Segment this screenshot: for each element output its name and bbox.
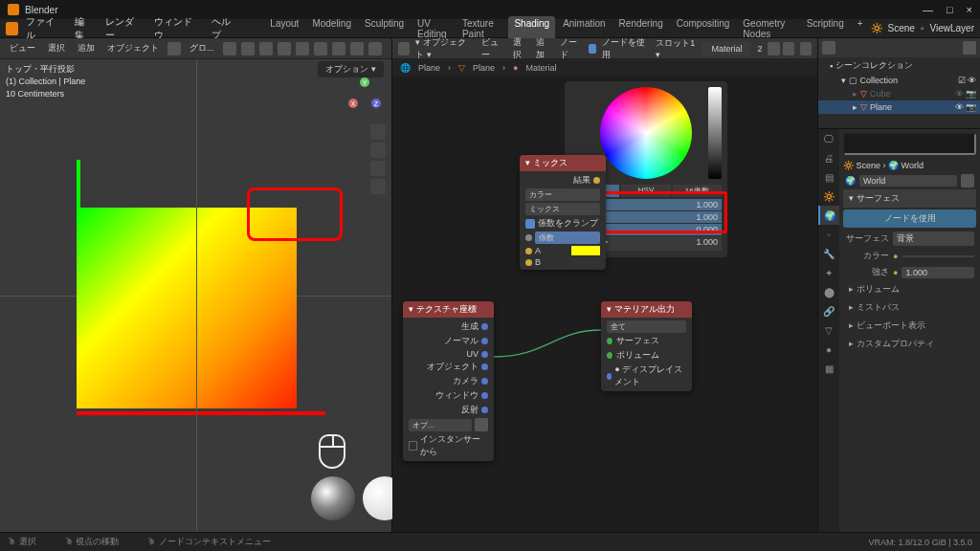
socket-surface[interactable] [607, 338, 613, 344]
panel-viewport[interactable]: ビューポート表示 [843, 317, 976, 335]
panel-surface[interactable]: ▾ サーフェス [843, 189, 976, 208]
vp-xray-icon[interactable] [296, 42, 309, 55]
bc-plane-b[interactable]: Plane [473, 63, 495, 73]
ptab-world[interactable]: 🌍 [818, 206, 839, 225]
ptab-texture[interactable]: ▦ [818, 359, 839, 378]
bc-material[interactable]: Material [526, 63, 557, 73]
texcoord-obj-field[interactable]: オブ... [409, 419, 472, 431]
socket-uv[interactable] [481, 351, 488, 358]
preview-sphere-hdri[interactable] [311, 476, 355, 520]
sh-menu-add[interactable]: 追加 [533, 35, 554, 62]
scene-name[interactable]: Scene [888, 23, 915, 33]
camera-icon[interactable] [370, 161, 386, 176]
material-name[interactable]: Material [702, 42, 751, 55]
window-close[interactable]: × [967, 4, 972, 15]
socket-fac[interactable] [525, 234, 532, 241]
vp-menu-view[interactable]: ビュー [6, 41, 39, 55]
node-mix[interactable]: ▾ ミックス 結果 カラー ミックス 係数をクランプ 係数 A B [520, 155, 606, 270]
texcoord-header[interactable]: ▾ テクスチャ座標 [403, 301, 494, 318]
pan-icon[interactable] [370, 143, 386, 158]
sh-menu-view[interactable]: ビュー [479, 35, 506, 62]
mix-header[interactable]: ▾ ミックス [520, 155, 606, 171]
vp-mode-icon[interactable] [167, 42, 181, 55]
tab-hsv[interactable]: HSV [621, 185, 670, 197]
panel-mist[interactable]: ミストパス [843, 298, 976, 317]
use-nodes-button[interactable]: ノードを使用 [843, 209, 976, 228]
ptab-object[interactable]: ▫ [818, 225, 839, 244]
instancer-check[interactable] [409, 441, 417, 451]
outl-plane[interactable]: ▸ ▽ Plane👁📷 [818, 100, 980, 114]
tab-sculpting[interactable]: Sculpting [359, 16, 410, 41]
ptab-material[interactable]: ● [818, 340, 839, 359]
swatch-b[interactable] [571, 257, 600, 267]
mix-color-field[interactable]: カラー [525, 188, 600, 201]
sh-menu-node[interactable]: ノード [557, 35, 585, 62]
vp-menu-add[interactable]: 追加 [74, 41, 99, 55]
tab-geo[interactable]: Geometry Nodes [737, 16, 798, 41]
socket-b[interactable] [525, 259, 532, 266]
ptab-constraint[interactable]: 🔗 [818, 301, 839, 320]
eyedropper-icon[interactable] [475, 418, 488, 431]
props-search[interactable] [843, 133, 976, 155]
world-strength[interactable]: 1.000 [902, 267, 974, 278]
persp-icon[interactable] [370, 179, 386, 194]
sh-editor-icon[interactable] [398, 42, 410, 55]
filter-icon[interactable] [963, 41, 976, 55]
vp-menu-object[interactable]: オブジェクト [103, 41, 163, 55]
socket-camera[interactable] [481, 378, 488, 385]
ptab-scene[interactable]: 🔆 [818, 187, 839, 206]
socket-displacement[interactable] [607, 373, 612, 380]
output-target[interactable]: 全て [607, 320, 686, 333]
mix-mode-field[interactable]: ミックス [525, 203, 600, 215]
outl-cube[interactable]: ▸ ▽ Cube👁📷 [818, 87, 980, 100]
window-maximize[interactable]: □ [947, 4, 953, 15]
ptab-physics[interactable]: ⬤ [818, 282, 839, 301]
panel-custom[interactable]: カスタムプロパティ [843, 335, 976, 353]
ptab-viewlayer[interactable]: ▤ [818, 167, 839, 187]
node-texcoord[interactable]: ▾ テクスチャ座標 生成 ノーマル UV オブジェクト カメラ ウィンドウ 反射… [403, 301, 494, 461]
nav-gizmo[interactable]: Y X Z [345, 77, 384, 115]
surface-shader[interactable]: 背景 [893, 231, 974, 246]
outliner-icon[interactable] [822, 41, 835, 55]
pin-icon[interactable] [800, 42, 812, 55]
bc-plane-a[interactable]: Plane [418, 63, 440, 73]
ptab-particles[interactable]: ✦ [818, 263, 839, 282]
value-slider[interactable] [708, 87, 722, 179]
panel-volume[interactable]: ボリューム [843, 280, 976, 298]
vp-shading-wire-icon[interactable] [314, 42, 327, 55]
ptab-modifier[interactable]: 🔧 [818, 244, 839, 263]
socket-a[interactable] [525, 248, 532, 254]
vp-gizmo-icon[interactable] [259, 42, 273, 55]
tab-layout[interactable]: Layout [264, 16, 304, 41]
zoom-icon[interactable] [370, 124, 386, 140]
outl-collection[interactable]: ▾ ▢ Collection☑👁 [818, 74, 980, 87]
node-material-output[interactable]: ▾ マテリアル出力 全て サーフェス ボリューム ● ディスプレイスメント [601, 301, 692, 391]
vp-menu-select[interactable]: 選択 [44, 41, 69, 55]
socket-normal[interactable] [481, 338, 488, 344]
tab-scripting[interactable]: Scripting [801, 16, 850, 41]
vp-proportional-icon[interactable] [241, 42, 255, 55]
world-datablock[interactable]: World [859, 175, 957, 187]
socket-generated[interactable] [481, 323, 488, 330]
vp-shading-solid-icon[interactable] [332, 42, 345, 55]
mat-unlink-icon[interactable] [783, 42, 794, 55]
tab-hex[interactable]: 16進数 [673, 185, 722, 197]
material-users[interactable]: 2 [754, 43, 765, 55]
socket-volume[interactable] [607, 352, 613, 359]
socket-window[interactable] [481, 392, 488, 399]
clamp-check[interactable] [525, 219, 535, 229]
world-new-icon[interactable] [961, 174, 974, 187]
socket-reflection[interactable] [481, 407, 488, 413]
use-nodes-check[interactable] [589, 44, 597, 54]
vp-shading-material-icon[interactable] [350, 42, 364, 55]
color-wheel[interactable] [600, 87, 692, 179]
ptab-data[interactable]: ▽ [818, 320, 839, 340]
vp-overlay-icon[interactable] [278, 42, 291, 55]
world-color[interactable] [902, 255, 974, 257]
window-minimize[interactable]: — [923, 4, 933, 15]
socket-result[interactable] [593, 177, 600, 184]
swatch-a[interactable] [571, 246, 600, 255]
tab-modeling[interactable]: Modeling [306, 16, 357, 41]
vp-options-button[interactable]: オプション ▾ [318, 61, 384, 77]
ptab-render[interactable]: 🖵 [818, 129, 839, 148]
